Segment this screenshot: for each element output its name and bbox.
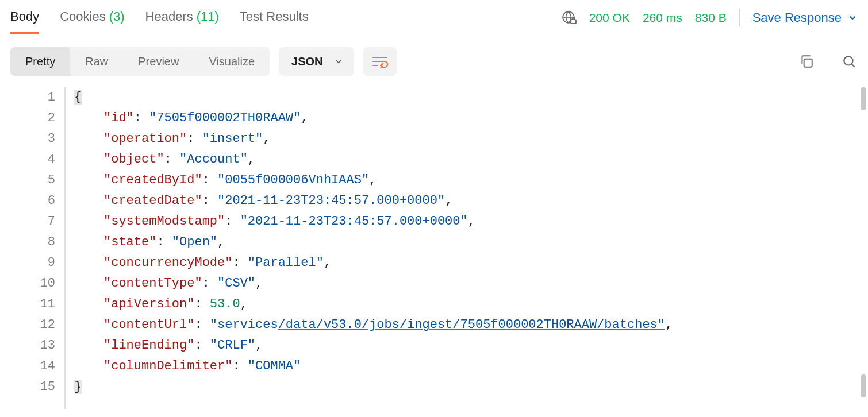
line-number: 4 [0, 149, 55, 170]
code-line: "contentType": "CSV", [74, 273, 868, 294]
tab-headers-label: Headers [145, 9, 193, 24]
line-number: 8 [0, 232, 55, 253]
code-content[interactable]: { "id": "7505f000002TH0RAAW", "operation… [74, 87, 868, 409]
code-line: { [74, 87, 868, 108]
scrollbar-thumb[interactable] [861, 87, 866, 110]
line-number: 2 [0, 108, 55, 129]
line-number: 13 [0, 335, 55, 356]
code-line: "lineEnding": "CRLF", [74, 335, 868, 356]
line-number: 10 [0, 273, 55, 294]
chevron-down-icon [847, 13, 858, 23]
svg-point-6 [844, 56, 852, 65]
tab-cookies-count: (3) [109, 9, 125, 24]
svg-rect-5 [804, 59, 812, 67]
response-toolbar: Pretty Raw Preview Visualize JSON [0, 37, 868, 76]
search-icon [842, 54, 857, 69]
view-preview-label: Preview [138, 55, 179, 68]
response-body-code[interactable]: 1 2 3 4 5 6 7 8 9 10 11 12 13 14 15 { "i… [0, 87, 868, 409]
line-number: 3 [0, 129, 55, 149]
line-number: 15 [0, 377, 55, 397]
line-number: 9 [0, 253, 55, 273]
svg-line-7 [851, 64, 854, 67]
svg-rect-1 [571, 20, 576, 24]
code-line: } [74, 377, 868, 397]
view-preview-button[interactable]: Preview [123, 47, 194, 76]
tab-test-results-label: Test Results [240, 9, 309, 24]
format-dropdown[interactable]: JSON [279, 47, 354, 76]
response-status-area: 200 OK 260 ms 830 B Save Response [562, 9, 858, 34]
divider [739, 9, 740, 26]
globe-lock-icon[interactable] [562, 10, 577, 25]
code-line: "concurrencyMode": "Parallel", [74, 253, 868, 273]
code-line: "object": "Account", [74, 149, 868, 170]
code-line: "id": "7505f000002TH0RAAW", [74, 108, 868, 129]
scrollbar[interactable] [861, 87, 866, 409]
search-button[interactable] [840, 53, 858, 70]
copy-button[interactable] [798, 53, 815, 70]
view-raw-button[interactable]: Raw [70, 47, 123, 76]
tab-body[interactable]: Body [10, 9, 39, 34]
line-number: 6 [0, 191, 55, 211]
view-pretty-label: Pretty [25, 55, 55, 68]
save-response-button[interactable]: Save Response [752, 10, 858, 25]
line-gutter: 1 2 3 4 5 6 7 8 9 10 11 12 13 14 15 [0, 87, 64, 409]
code-line: "createdById": "0055f000006VnhIAAS", [74, 170, 868, 191]
view-raw-label: Raw [85, 55, 108, 68]
view-pretty-button[interactable]: Pretty [10, 47, 70, 76]
code-line: "createdDate": "2021-11-23T23:45:57.000+… [74, 191, 868, 211]
tab-cookies-label: Cookies [60, 9, 105, 24]
line-number: 14 [0, 356, 55, 377]
line-number: 11 [0, 294, 55, 315]
response-tabs: Body Cookies (3) Headers (11) Test Resul… [0, 0, 868, 37]
code-line: "state": "Open", [74, 232, 868, 253]
scrollbar-thumb[interactable] [861, 374, 866, 397]
status-code[interactable]: 200 OK [589, 11, 630, 25]
status-size[interactable]: 830 B [695, 11, 727, 25]
wrap-lines-button[interactable] [363, 47, 397, 76]
line-number: 5 [0, 170, 55, 191]
save-response-label: Save Response [752, 10, 842, 25]
code-line: "apiVersion": 53.0, [74, 294, 868, 315]
tab-headers[interactable]: Headers (11) [145, 9, 219, 34]
view-visualize-label: Visualize [209, 55, 255, 68]
code-line: "operation": "insert", [74, 129, 868, 149]
tab-headers-count: (11) [197, 9, 219, 24]
code-line: "columnDelimiter": "COMMA" [74, 356, 868, 377]
line-number: 1 [0, 87, 55, 108]
line-number: 12 [0, 315, 55, 335]
status-time[interactable]: 260 ms [643, 11, 682, 25]
code-line: "systemModstamp": "2021-11-23T23:45:57.0… [74, 211, 868, 232]
format-dropdown-label: JSON [291, 55, 322, 68]
tab-body-label: Body [10, 9, 39, 24]
view-mode-group: Pretty Raw Preview Visualize [10, 47, 270, 76]
gutter-separator [64, 87, 66, 409]
copy-icon [799, 54, 814, 69]
wrap-icon [372, 55, 388, 68]
view-visualize-button[interactable]: Visualize [194, 47, 270, 76]
line-number: 7 [0, 211, 55, 232]
chevron-down-icon [333, 56, 344, 67]
code-line: "contentUrl": "services/data/v53.0/jobs/… [74, 315, 868, 335]
tab-test-results[interactable]: Test Results [240, 9, 309, 34]
tab-cookies[interactable]: Cookies (3) [60, 9, 124, 34]
